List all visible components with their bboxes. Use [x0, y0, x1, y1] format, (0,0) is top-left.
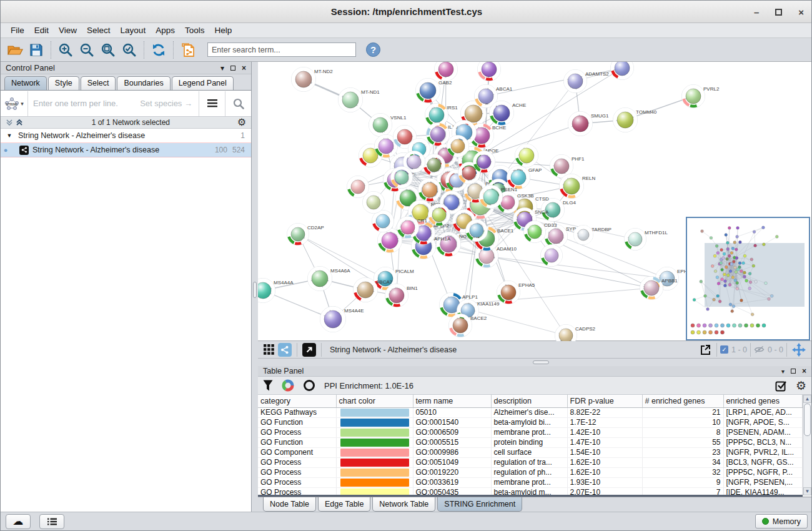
hamburger-icon [207, 99, 217, 107]
close-panel-icon[interactable]: × [242, 64, 246, 72]
string-datasource-selector[interactable]: STRING ▾ [1, 91, 28, 116]
open-session-button[interactable] [4, 40, 26, 60]
menu-file[interactable]: File [6, 24, 29, 37]
tab-edge-table[interactable]: Edge Table [318, 497, 370, 512]
tab-legend-panel[interactable]: Legend Panel [172, 76, 234, 90]
gear-icon[interactable]: ⚙ [237, 117, 246, 127]
column-header[interactable]: # enriched genes [642, 395, 723, 407]
selection-status-text: 1 of 1 Network selected [24, 118, 237, 127]
menu-help[interactable]: Help [209, 24, 237, 37]
set-species-hint[interactable]: Set species → [140, 99, 199, 108]
table-row[interactable]: KEGG Pathways05010Alzheimer's dise...8.8… [258, 407, 803, 417]
memory-button[interactable]: Memory [755, 514, 808, 529]
table-row[interactable]: GO ProcessGO:0033619membrane prot...1.93… [258, 477, 803, 487]
string-search-button[interactable] [225, 91, 251, 116]
svg-text:BIN1: BIN1 [407, 285, 418, 291]
chart-color-swatch [340, 439, 409, 447]
collapse-arrow-icon[interactable]: ▼ [1, 132, 18, 139]
menu-layout[interactable]: Layout [116, 24, 151, 37]
enrichment-table[interactable]: categorychart colorterm namedescriptionF… [258, 395, 803, 495]
save-session-button[interactable] [26, 40, 47, 60]
svg-text:CTSD: CTSD [535, 196, 549, 202]
string-options-button[interactable] [199, 91, 225, 116]
scroll-down-icon[interactable]: ▼ [803, 487, 811, 495]
panel-menu-icon[interactable]: ▾ [220, 64, 224, 72]
help-icon[interactable]: ? [366, 42, 380, 57]
menu-tools[interactable]: Tools [180, 24, 210, 37]
filter-icon[interactable] [263, 380, 273, 391]
navigator-icon[interactable] [792, 343, 806, 357]
splitter-handle[interactable] [253, 282, 257, 298]
vertical-splitter[interactable] [252, 62, 258, 512]
float-panel-icon[interactable] [230, 66, 235, 71]
eye-hidden-icon [754, 345, 765, 354]
string-query-bar: STRING ▾ Enter one term per line. Set sp… [1, 91, 251, 117]
chart-color-swatch [340, 479, 409, 487]
svg-text:ADAM10: ADAM10 [497, 246, 517, 252]
tab-string-enrichment[interactable]: STRING Enrichment [437, 497, 522, 512]
svg-text:PVRL2: PVRL2 [703, 86, 720, 92]
tab-boundaries[interactable]: Boundaries [117, 76, 170, 90]
panel-menu-icon[interactable]: ▾ [781, 368, 785, 375]
tab-select[interactable]: Select [81, 76, 116, 90]
column-header[interactable]: enriched genes [723, 395, 803, 407]
network-selection-row: 1 of 1 Network selected ⚙ [1, 117, 251, 129]
string-query-placeholder[interactable]: Enter one term per line. [28, 99, 140, 108]
minimize-button[interactable]: – [754, 7, 759, 17]
gear-icon[interactable]: ⚙ [796, 380, 806, 392]
app-window: Session: /tmp/enrichmentTest.cys – × Fil… [0, 0, 812, 531]
network-row[interactable]: ●String Network - Alzheimer's disease100… [1, 143, 251, 157]
cloud-button[interactable]: ☁ [6, 514, 31, 529]
tab-node-table[interactable]: Node Table [263, 497, 316, 512]
open-in-window-icon[interactable] [302, 343, 316, 357]
table-scrollbar[interactable]: ▲ ▼ [803, 395, 811, 495]
column-header[interactable]: description [491, 395, 567, 407]
menu-select[interactable]: Select [82, 24, 116, 37]
column-header[interactable]: chart color [336, 395, 413, 407]
zoom-out-icon[interactable] [76, 40, 97, 60]
ppi-enrichment-label: PPI Enrichment: 1.0E-16 [324, 381, 413, 390]
zoom-selected-icon[interactable] [119, 40, 140, 60]
tab-style[interactable]: Style [48, 76, 79, 90]
birds-eye-view[interactable] [686, 217, 810, 340]
tab-network[interactable]: Network [4, 76, 47, 90]
scroll-thumb[interactable] [804, 404, 811, 436]
network-canvas[interactable]: MT-ND2MT-ND1VSNL1GAB2IRS1CHATABCA1ACHEBC… [258, 62, 811, 341]
tab-network-table[interactable]: Network Table [372, 497, 435, 512]
table-row[interactable]: GO ProcessGO:0019220regulation of ph...1… [258, 467, 803, 477]
menu-apps[interactable]: Apps [151, 24, 180, 37]
table-row[interactable]: GO ProcessGO:0051049regulation of tra...… [258, 457, 803, 467]
zoom-in-icon[interactable] [55, 40, 76, 60]
zoom-fit-icon[interactable] [97, 40, 119, 60]
scroll-up-icon[interactable]: ▲ [803, 395, 811, 403]
maximize-button[interactable] [775, 9, 782, 16]
menu-edit[interactable]: Edit [29, 24, 54, 37]
table-row[interactable]: GO ProcessGO:0006509membrane prot...1.42… [258, 427, 803, 437]
column-header[interactable]: FDR p-value [567, 395, 642, 407]
select-all-icon[interactable] [775, 380, 787, 392]
menu-view[interactable]: View [54, 24, 82, 37]
expand-collapse-icons[interactable] [6, 119, 24, 126]
search-input[interactable] [207, 42, 356, 57]
network-share-icon[interactable] [278, 343, 292, 357]
grid-view-icon[interactable] [264, 343, 274, 357]
splitter-handle[interactable] [533, 360, 549, 364]
table-row[interactable]: GO FunctionGO:0005515protein binding1.47… [258, 437, 803, 447]
float-panel-icon[interactable] [791, 369, 796, 374]
column-header[interactable]: term name [413, 395, 491, 407]
close-button[interactable]: × [798, 7, 804, 17]
network-from-file-icon[interactable] [177, 40, 199, 60]
horizontal-splitter[interactable] [258, 359, 811, 366]
svg-text:APBB1: APBB1 [661, 278, 678, 284]
collection-row[interactable]: ▼String Network - Alzheimer's disease1 [1, 129, 251, 143]
table-row[interactable]: GO ComponentGO:0009986cell surface1.54E-… [258, 447, 803, 457]
task-list-button[interactable] [39, 514, 64, 529]
export-network-icon[interactable] [699, 343, 711, 357]
table-row[interactable]: GO FunctionGO:0001540beta-amyloid bi...1… [258, 417, 803, 427]
refresh-icon[interactable] [148, 40, 169, 60]
column-header[interactable]: category [258, 395, 336, 407]
ring-chart-icon[interactable] [303, 379, 315, 392]
svg-text:CR1: CR1 [417, 218, 428, 224]
pie-chart-icon[interactable] [282, 379, 294, 392]
close-panel-icon[interactable]: × [802, 367, 806, 375]
